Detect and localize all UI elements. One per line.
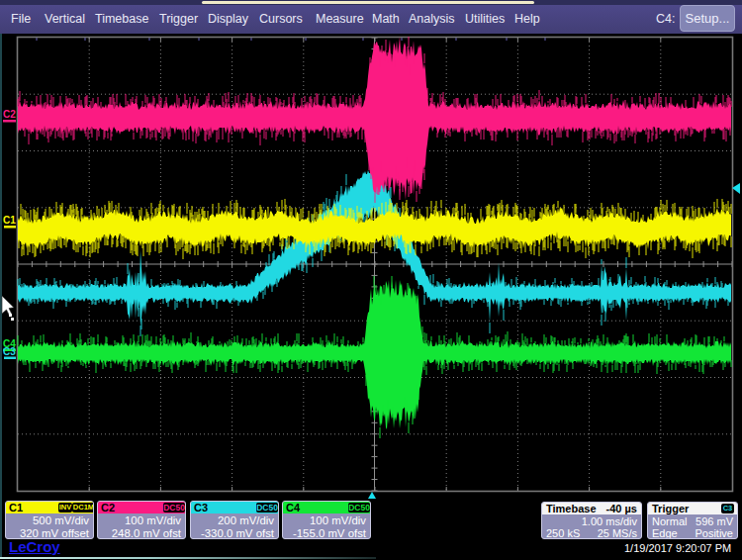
svg-text:C1: C1 (3, 215, 16, 226)
svg-text:C2: C2 (3, 109, 16, 120)
svg-text:C3: C3 (3, 346, 16, 357)
